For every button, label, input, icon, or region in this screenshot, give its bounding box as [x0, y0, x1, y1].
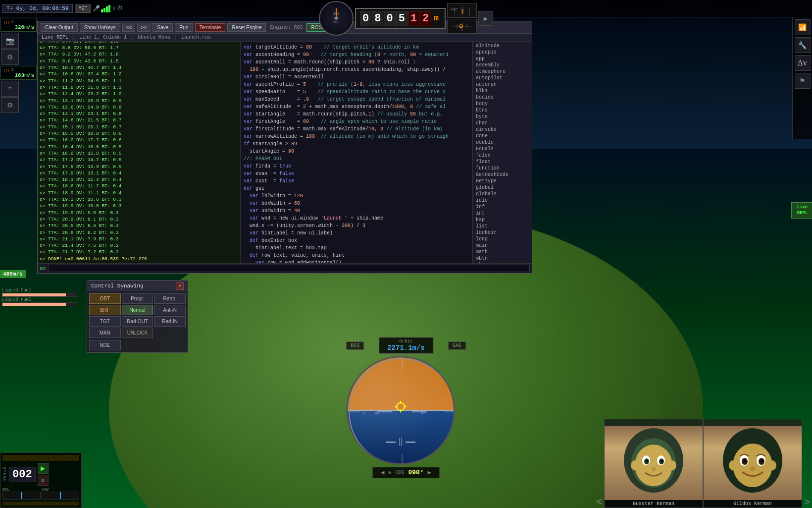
autocomplete-item[interactable]: global	[473, 184, 532, 191]
repl-input-bar: o>	[38, 263, 532, 273]
delta-v-btn[interactable]: Δv	[795, 55, 811, 71]
autocomplete-item[interactable]: GetHashCode	[473, 171, 532, 178]
autocomplete-item[interactable]: assembly	[473, 62, 532, 68]
navball-area: RCS Orbit 2271.1m/s SAS S R	[346, 337, 466, 478]
reset-engine-btn[interactable]: Reset Engine	[227, 23, 266, 32]
stage-play-btn[interactable]: ▶	[38, 463, 49, 474]
tool-btn[interactable]: ⚙	[1, 49, 19, 65]
control-panel-label: Control Dynawing	[91, 283, 144, 289]
progr-btn[interactable]: Progr.	[122, 293, 153, 304]
autocomplete-item[interactable]: GetType	[473, 178, 532, 184]
live-repl-badge[interactable]: LiveREPL	[791, 202, 812, 219]
autocomplete-item[interactable]: altitude	[473, 43, 532, 49]
clear-output-btn[interactable]: Clear Output	[41, 23, 78, 32]
autocomplete-item[interactable]: autorun	[473, 81, 532, 88]
control-panel: Control Dynawing × OBT Progr. Retro. SRF…	[87, 280, 188, 353]
autocomplete-item[interactable]: Equals	[473, 146, 532, 152]
right-panel: 📶 🔧 Δv ⚑ LiveREPL	[792, 17, 812, 139]
autocomplete-item[interactable]: apoapis	[473, 49, 532, 56]
portrait-nav-right[interactable]: >	[802, 497, 812, 508]
alt-dial-needle	[321, 3, 351, 33]
console-line: o> TTA: 15.1 DV: 20.1 BT: 0.7	[40, 124, 238, 130]
autocomplete-item[interactable]: inf	[473, 204, 532, 210]
camera-btn[interactable]: 📷	[1, 33, 19, 49]
code-line: var speedRatio = 5 // speed/altitude rat…	[244, 88, 469, 96]
yaw-label: YAW	[42, 487, 80, 492]
autocomplete-item[interactable]: list	[473, 223, 532, 229]
nav-left-btn[interactable]: <<	[122, 23, 136, 32]
autocomplete-item[interactable]: dirsubs	[473, 126, 532, 133]
stage-label-text: STAGE	[2, 467, 7, 481]
autocomplete-item[interactable]: bodies	[473, 94, 532, 101]
repl-input-field[interactable]	[48, 265, 530, 272]
svg-point-58	[750, 466, 756, 471]
srf-btn[interactable]: SRF	[89, 305, 121, 315]
odo-unit: m	[432, 14, 441, 23]
code-line: var ascentProfile = 5 // profile (1-9, l…	[244, 81, 469, 88]
save-btn[interactable]: Save	[152, 23, 173, 32]
autocomplete-item[interactable]: main	[473, 242, 532, 249]
console-output[interactable]: o> TTA: 7.5 DV: 67.6 BT: 2.3o> TTA: 7.8 …	[38, 42, 241, 263]
autocomplete-item[interactable]: btns	[473, 107, 532, 113]
console-line: o> TTA: 16.4 DV: 16.6 BT: 0.5	[40, 144, 238, 150]
run-btn[interactable]: Run	[175, 23, 193, 32]
autocomplete-item[interactable]: false	[473, 152, 532, 159]
autocomplete-item[interactable]: atmosphere	[473, 68, 532, 75]
nav-right-btn[interactable]: >>	[137, 23, 151, 32]
console-line: o> TTA: 20.8 DV: 8.2 BT: 0.3	[40, 229, 238, 236]
autocomplete-item[interactable]: function	[473, 165, 532, 171]
vel1-icon: |||	[3, 20, 10, 24]
autocomplete-item[interactable]: done	[473, 133, 532, 139]
code-line: var ascentRoll = math.round((ship.pitch …	[244, 58, 469, 66]
code-line: var safeAltitude = 2 + math.max atmosphe…	[244, 103, 469, 111]
autocomplete-item[interactable]: app	[473, 56, 532, 62]
autocomplete-item[interactable]: math	[473, 249, 532, 255]
autocomplete-item[interactable]: autopilot	[473, 75, 532, 81]
autocomplete-item[interactable]: blk1	[473, 88, 532, 94]
autocomplete-item[interactable]: globals	[473, 191, 532, 197]
autocomplete-item[interactable]: mbtn	[473, 255, 532, 262]
normal-btn[interactable]: Normal	[122, 305, 153, 315]
autocomplete-item[interactable]: float	[473, 159, 532, 165]
nde-btn[interactable]: NDE	[89, 340, 121, 350]
stage-gear-btn[interactable]: ⚙	[38, 475, 49, 486]
autocomplete-item[interactable]: int	[473, 210, 532, 217]
man-btn[interactable]: MAN	[89, 328, 121, 338]
autocomplete-panel[interactable]: altitudeapoapisappassemblyatmosphereauto…	[472, 42, 532, 263]
autocomplete-item[interactable]: idle	[473, 197, 532, 204]
hud-nav-right[interactable]: ▶	[478, 11, 493, 26]
rad-in-btn[interactable]: Rad-IN	[154, 316, 186, 327]
control-close-btn[interactable]: ×	[176, 282, 184, 290]
autocomplete-item[interactable]: char	[473, 120, 532, 126]
code-editor[interactable]: var targetAltitude = 80 // target orbit'…	[241, 42, 472, 263]
tgt-btn[interactable]: TGT	[89, 316, 121, 327]
terminate-btn[interactable]: Terminate	[195, 23, 226, 32]
autocomplete-item[interactable]: lockdir	[473, 229, 532, 236]
code-line: var targetAltitude = 80 // target orbit'…	[244, 44, 469, 51]
staging-area: STAGE 002 ▶ ⚙ RCL YAW	[0, 452, 82, 508]
portrait-nav-left[interactable]: <	[594, 497, 604, 508]
autocomplete-item[interactable]: double	[473, 139, 532, 146]
autocomplete-item[interactable]: ksp	[473, 217, 532, 223]
anti-n-btn[interactable]: Anti-N	[154, 305, 186, 315]
odo-digit-2: 0	[384, 11, 395, 26]
map-btn[interactable]: ≡	[1, 81, 19, 97]
show-hotkeys-btn[interactable]: Show Hotkeys	[80, 23, 120, 32]
rad-out-btn[interactable]: Rad-OUT	[122, 316, 153, 327]
navball: S R2 R2	[346, 356, 455, 465]
hdg-right-btn[interactable]: ▶	[428, 469, 431, 476]
flag-btn[interactable]: ⚑	[795, 73, 811, 89]
code-line: var ascentHeading = 90 // target heading…	[244, 51, 469, 58]
autocomplete-item[interactable]: long	[473, 236, 532, 242]
wrench-btn[interactable]: 🔧	[795, 37, 811, 53]
obt-btn[interactable]: OBT	[89, 293, 121, 304]
svg-point-38	[635, 445, 672, 486]
unlock-btn[interactable]: UNLOCK	[122, 328, 153, 338]
autocomplete-item[interactable]: byte	[473, 113, 532, 120]
retro-btn[interactable]: Retro.	[154, 293, 186, 304]
hdg-left-btn[interactable]: ◀	[381, 469, 384, 476]
autocomplete-item[interactable]: body	[473, 101, 532, 107]
wifi-btn[interactable]: 📶	[795, 19, 811, 35]
odo-digit-0: 0	[360, 11, 371, 26]
settings-btn[interactable]: ⚙	[1, 97, 19, 113]
